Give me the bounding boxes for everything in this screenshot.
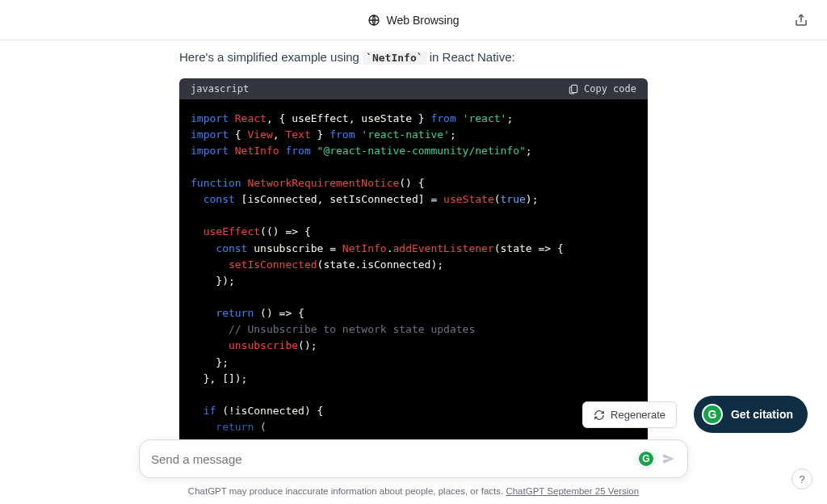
intro-text-after: in React Native: <box>430 50 515 64</box>
code-body[interactable]: import React, { useEffect, useState } fr… <box>179 99 648 468</box>
get-citation-label: Get citation <box>731 408 793 421</box>
code-language-label: javascript <box>191 83 249 94</box>
regenerate-button[interactable]: Regenerate <box>582 401 677 428</box>
copy-code-button[interactable]: Copy code <box>568 83 636 94</box>
footer-disclaimer: ChatGPT may produce inaccurate informati… <box>0 486 827 496</box>
header-title: Web Browsing <box>386 14 459 27</box>
send-icon <box>661 452 676 466</box>
code-header: javascript Copy code <box>179 78 648 99</box>
content-area: Here's a simplified example using `NetIn… <box>0 40 827 504</box>
code-content: import React, { useEffect, useState } fr… <box>191 111 636 436</box>
regenerate-label: Regenerate <box>611 409 665 421</box>
grammarly-icon: G <box>702 404 723 425</box>
footer-text: ChatGPT may produce inaccurate informati… <box>188 486 506 496</box>
refresh-icon <box>594 410 605 421</box>
help-button[interactable]: ? <box>791 468 812 489</box>
browsing-icon <box>367 14 380 27</box>
get-citation-button[interactable]: G Get citation <box>694 396 808 433</box>
help-label: ? <box>799 473 804 485</box>
inline-code: NetInfo <box>372 52 417 64</box>
message-composer[interactable]: G <box>139 439 688 478</box>
footer-version-link[interactable]: ChatGPT September 25 Version <box>506 486 639 496</box>
send-button[interactable] <box>661 452 676 466</box>
grammarly-mini-icon: G <box>637 450 655 468</box>
message-input[interactable] <box>151 452 637 466</box>
intro-text: Here's a simplified example using <box>179 50 363 64</box>
share-button[interactable] <box>790 9 812 32</box>
copy-code-label: Copy code <box>584 83 636 94</box>
topbar: Web Browsing <box>0 0 827 40</box>
clipboard-icon <box>568 83 579 94</box>
code-block: javascript Copy code import React, { use… <box>179 78 648 468</box>
svg-rect-1 <box>572 85 577 92</box>
